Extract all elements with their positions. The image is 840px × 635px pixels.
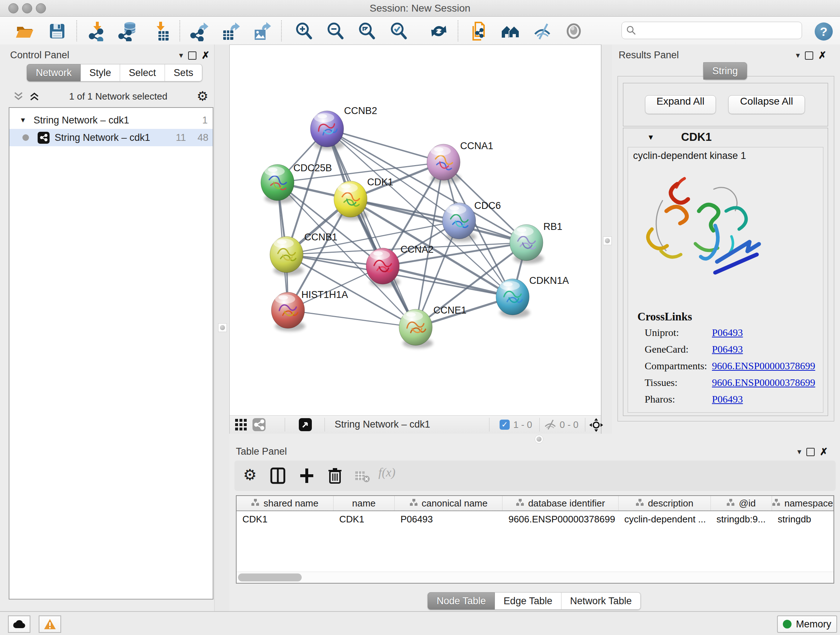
crosslink-link[interactable]: 9606.ENSP00000378699 xyxy=(712,360,815,372)
houses-icon[interactable] xyxy=(500,21,521,41)
gene-collapse-caret-icon[interactable]: ▼ xyxy=(647,133,654,141)
expand-all-button[interactable]: Expand All xyxy=(645,95,716,114)
table-panel-close-icon[interactable]: ✗ xyxy=(820,446,828,458)
cell-canonical-name[interactable]: P06493 xyxy=(395,511,503,527)
control-panel-menu-caret-icon[interactable]: ▾ xyxy=(179,51,183,60)
selected-nodes-checkbox-icon[interactable]: ✓ xyxy=(500,420,510,430)
node-CCNE1[interactable] xyxy=(399,309,432,345)
grid-view-icon[interactable] xyxy=(235,418,247,431)
column-header-database-identifier[interactable]: database identifier xyxy=(502,496,618,510)
cloud-status-button[interactable] xyxy=(8,616,30,633)
network-row-selected[interactable]: String Network – cdk1 11 48 xyxy=(9,129,213,146)
crosslink-row: Pharos:P06493 xyxy=(645,394,818,410)
fit-content-crosshair-icon[interactable] xyxy=(589,418,603,432)
cell-description[interactable]: cyclin-dependent ... xyxy=(619,511,711,527)
table-row[interactable]: CDK1CDK1P064939606.ENSP00000378699cyclin… xyxy=(237,511,834,527)
open-session-icon[interactable] xyxy=(14,21,35,41)
control-panel-float-icon[interactable] xyxy=(188,51,196,60)
control-panel-close-icon[interactable]: ✗ xyxy=(202,50,210,61)
column-header--id[interactable]: @id xyxy=(711,496,772,510)
edge-CCNA2-CDKN1A[interactable] xyxy=(383,266,513,297)
network-options-gear-icon[interactable]: ⚙ xyxy=(197,90,208,103)
expand-all-chevron-icon[interactable] xyxy=(29,92,40,101)
network-style-icon[interactable] xyxy=(252,418,266,432)
network-collection-row[interactable]: ▼ String Network – cdk1 1 xyxy=(9,111,213,129)
cell-name[interactable]: CDK1 xyxy=(333,511,395,527)
horizontal-splitter-grip[interactable] xyxy=(535,435,543,443)
import-network-from-database-icon[interactable] xyxy=(118,21,138,41)
node-CDK1[interactable] xyxy=(334,181,367,217)
refresh-icon[interactable] xyxy=(429,21,449,41)
crosslink-link[interactable]: P06493 xyxy=(712,327,743,339)
zoom-out-icon[interactable] xyxy=(325,21,346,41)
scrollbar-thumb[interactable] xyxy=(238,573,302,581)
table-panel-float-icon[interactable] xyxy=(806,448,815,456)
network-from-file-icon[interactable] xyxy=(468,21,488,41)
tab-network-table[interactable]: Network Table xyxy=(561,592,641,610)
node-CCNA2[interactable] xyxy=(366,248,399,284)
horizontal-splitter[interactable] xyxy=(229,434,840,444)
crosslink-link[interactable]: P06493 xyxy=(712,394,743,405)
table-horizontal-scrollbar[interactable] xyxy=(237,572,834,583)
results-panel-menu-caret-icon[interactable]: ▾ xyxy=(796,51,800,60)
edge-CCNE1-HIST1H1A[interactable] xyxy=(288,310,416,327)
search-input[interactable] xyxy=(639,23,796,38)
gene-section-header[interactable]: ▼ CDK1 xyxy=(623,128,828,146)
help-button[interactable]: ? xyxy=(815,22,833,41)
delete-column-trash-icon[interactable] xyxy=(328,467,342,485)
hide-selected-eye-slash-icon[interactable] xyxy=(532,21,553,41)
save-session-icon[interactable] xyxy=(47,21,67,41)
node-CDKN1A[interactable] xyxy=(496,279,529,315)
create-column-plus-icon[interactable] xyxy=(299,467,315,485)
collapse-all-chevron-icon[interactable] xyxy=(13,92,24,101)
column-header-namespace[interactable]: namespace xyxy=(772,496,834,510)
memory-button[interactable]: Memory xyxy=(777,616,837,633)
node-CCNB2[interactable] xyxy=(310,111,344,147)
zoom-in-icon[interactable] xyxy=(294,21,314,41)
results-panel-float-icon[interactable] xyxy=(805,51,813,60)
tab-network[interactable]: Network xyxy=(27,64,81,81)
tab-edge-table[interactable]: Edge Table xyxy=(495,592,561,610)
birdseye-view-icon[interactable] xyxy=(298,418,312,432)
right-splitter-grip[interactable] xyxy=(603,236,612,245)
node-RB1[interactable] xyxy=(510,225,543,261)
tab-select[interactable]: Select xyxy=(120,64,165,81)
edge-CCNB2-CCNA1[interactable] xyxy=(327,129,444,162)
tab-node-table[interactable]: Node Table xyxy=(428,592,495,610)
table-panel-menu-caret-icon[interactable]: ▾ xyxy=(797,447,801,456)
import-network-icon[interactable] xyxy=(88,21,108,41)
column-header-canonical-name[interactable]: canonical name xyxy=(395,496,503,510)
cell--id[interactable]: stringdb:9... xyxy=(711,511,772,527)
column-header-description[interactable]: description xyxy=(619,496,711,510)
results-panel-close-icon[interactable]: ✗ xyxy=(818,50,827,61)
node-CCNA1[interactable] xyxy=(427,144,460,180)
left-splitter-grip[interactable] xyxy=(218,323,227,332)
node-CCNB1[interactable] xyxy=(270,236,303,272)
zoom-selected-icon[interactable] xyxy=(388,21,409,41)
table-options-gear-icon[interactable]: ⚙ xyxy=(243,469,257,481)
column-header-shared-name[interactable]: shared name xyxy=(237,496,333,510)
show-columns-icon[interactable] xyxy=(270,467,286,485)
crosslink-link[interactable]: P06493 xyxy=(712,344,743,355)
tab-style[interactable]: Style xyxy=(81,64,120,81)
node-HIST1H1A[interactable] xyxy=(271,292,305,328)
export-table-icon[interactable] xyxy=(220,21,240,41)
network-canvas[interactable]: CCNB2CCNA1CDC25BCDK1CDC6RB1CCNB1CCNA2CDK… xyxy=(230,49,601,415)
crosslink-link[interactable]: 9606.ENSP00000378699 xyxy=(712,377,815,388)
import-table-icon[interactable] xyxy=(151,21,172,41)
zoom-fit-icon[interactable] xyxy=(357,21,377,41)
column-header-name[interactable]: name xyxy=(333,496,395,510)
tree-expand-caret-icon[interactable]: ▼ xyxy=(19,116,27,124)
tab-sets[interactable]: Sets xyxy=(165,64,202,81)
cell-database-identifier[interactable]: 9606.ENSP00000378699 xyxy=(502,511,618,527)
tab-string[interactable]: String xyxy=(703,62,747,80)
node-CDC6[interactable] xyxy=(442,203,476,239)
collapse-all-button[interactable]: Collapse All xyxy=(728,95,805,114)
cell-shared-name[interactable]: CDK1 xyxy=(237,511,333,527)
export-image-icon[interactable] xyxy=(252,21,272,41)
left-splitter[interactable] xyxy=(214,44,230,611)
warnings-button[interactable] xyxy=(39,616,61,633)
node-CDC25B[interactable] xyxy=(261,165,294,201)
cell-namespace[interactable]: stringdb xyxy=(772,511,834,527)
export-network-icon[interactable] xyxy=(189,21,210,41)
